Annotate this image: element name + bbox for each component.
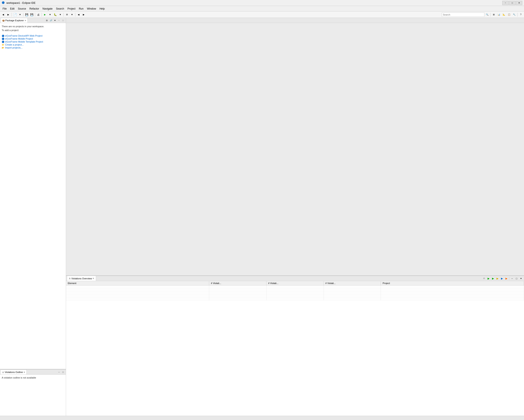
run-action-button-6[interactable]: ▶	[504, 276, 508, 281]
table-row	[66, 296, 524, 297]
link-create-project[interactable]: 📁 Create a project...	[2, 43, 64, 46]
violations-outline-icon: ⚠	[2, 371, 4, 373]
close-window-button[interactable]: ✕	[516, 1, 522, 5]
debug-button[interactable]: 🐛	[53, 12, 58, 17]
collapse-all-button[interactable]: ⊟	[45, 18, 49, 22]
external-tools-button[interactable]: ⚙	[65, 12, 69, 17]
next-annotation-button[interactable]: ▶	[81, 12, 86, 17]
maximize-window-button[interactable]: □	[509, 1, 515, 5]
window-controls: − □ ✕	[502, 1, 522, 5]
main-toolbar: ◀ ▶ 📄 ▼ 💾 💾 🖨 ▶ ▼ 🐛 ▼ ⚙ ▼ ◀ ▶ 🔍 ⊞ 📊 📐 📋 …	[0, 11, 524, 18]
help-button[interactable]: ?	[518, 12, 523, 17]
run-action-button-4[interactable]: ▶	[495, 276, 499, 281]
col-element[interactable]: Element	[66, 281, 209, 286]
col-violations-2[interactable]: # Violati...	[266, 281, 323, 286]
minimize-panel-button[interactable]: −	[57, 18, 61, 22]
violations-overview-tab[interactable]: ⚠ Violations Overview ✕	[67, 276, 96, 281]
menu-navigate[interactable]: Navigate	[41, 6, 54, 11]
menu-edit[interactable]: Edit	[8, 6, 16, 11]
table-body	[66, 286, 524, 300]
menu-refactor[interactable]: Refactor	[28, 6, 41, 11]
no-projects-line1: There are no projects in your workspace.	[2, 25, 44, 28]
violations-overview-panel: ⚠ Violations Overview ✕ ⚙ ▶ ▶ ▶ ▶ ▶ −	[66, 275, 524, 416]
prev-annotation-button[interactable]: ◀	[76, 12, 81, 17]
package-explorer-close[interactable]: ✕	[25, 19, 26, 22]
vo-toolbar-sep-1	[509, 277, 509, 280]
link-deviceapi-project[interactable]: 🔵 eGovFrame DeviceAPI Web Project	[2, 34, 64, 37]
menu-project[interactable]: Project	[66, 6, 77, 11]
left-panel: 📦 Package Explorer ✕ ⊟ 🔗 ▼ − □ There are…	[0, 18, 66, 416]
perspective-btn-1[interactable]: 📊	[497, 12, 501, 17]
col-project[interactable]: Project	[381, 281, 524, 286]
package-explorer-tab[interactable]: 📦 Package Explorer ✕	[1, 18, 28, 23]
link-import-projects[interactable]: 📂 Import projects...	[2, 46, 64, 49]
back-button[interactable]: ◀	[1, 12, 6, 17]
status-bar	[0, 416, 524, 420]
run-dropdown[interactable]: ▼	[48, 12, 52, 17]
print-button[interactable]: 🖨	[36, 12, 41, 17]
save-all-button[interactable]: 💾	[29, 12, 34, 17]
import-icon: 📂	[2, 47, 4, 49]
run-action-button-5[interactable]: ▶	[500, 276, 504, 281]
table-row	[66, 294, 524, 296]
menu-help[interactable]: Help	[98, 6, 106, 11]
project-icon-3: 🔵	[2, 41, 4, 43]
link-create-label: Create a project...	[5, 43, 24, 46]
external-tools-dropdown[interactable]: ▼	[70, 12, 74, 17]
menu-search[interactable]: Search	[54, 6, 66, 11]
minimize-window-button[interactable]: −	[502, 1, 509, 5]
new-dropdown[interactable]: ▼	[18, 12, 22, 17]
toolbar-sep-3	[35, 13, 35, 17]
table-row	[66, 297, 524, 299]
vo-panel-maximize[interactable]: □	[515, 276, 519, 281]
right-panel: ⚠ Violations Overview ✕ ⚙ ▶ ▶ ▶ ▶ ▶ −	[66, 18, 524, 416]
toolbar-sep-6	[75, 13, 75, 17]
link-mobile-label: eGovFrame Mobile Project	[5, 37, 33, 40]
violations-outline-close[interactable]: ✕	[23, 371, 25, 373]
violations-outline-tab[interactable]: ⚠ Violations Outline ✕	[1, 370, 27, 374]
menu-file[interactable]: File	[1, 6, 8, 11]
vo-panel-minimize[interactable]: −	[510, 276, 514, 281]
run-action-button-1[interactable]: ⚙	[482, 276, 486, 281]
vo-minimize-button[interactable]: −	[57, 370, 61, 374]
table-row	[66, 299, 524, 300]
table-row	[66, 290, 524, 292]
no-projects-message: There are no projects in your workspace.…	[2, 25, 64, 32]
link-mobile-project[interactable]: 🔵 eGovFrame Mobile Project	[2, 37, 64, 40]
search-button[interactable]: 🔍	[485, 12, 489, 17]
table-header: Element # Violati... # Violati... # Viol…	[66, 281, 524, 286]
link-mobile-template-project[interactable]: 🔵 eGovFrame Mobile Template Project	[2, 40, 64, 43]
app-icon: 🔵	[2, 1, 5, 5]
col-violations-1[interactable]: # Violati...	[209, 281, 266, 286]
toolbar-sep-right-2	[517, 13, 518, 17]
vo-view-menu[interactable]: ▼	[519, 276, 523, 281]
table-row	[66, 288, 524, 290]
menu-source[interactable]: Source	[16, 6, 28, 11]
perspective-btn-4[interactable]: 🔧	[512, 12, 516, 17]
forward-button[interactable]: ▶	[6, 12, 11, 17]
package-explorer-toolbar: ⊟ 🔗 ▼ − □	[45, 18, 65, 22]
run-action-button-2[interactable]: ▶	[486, 276, 490, 281]
link-editor-button[interactable]: 🔗	[49, 18, 53, 22]
vo-maximize-button[interactable]: □	[61, 370, 65, 374]
main-layout: 📦 Package Explorer ✕ ⊟ 🔗 ▼ − □ There are…	[0, 18, 524, 420]
run-action-button-3[interactable]: ▶	[491, 276, 495, 281]
view-menu-button[interactable]: ▼	[53, 18, 57, 22]
save-button[interactable]: 💾	[24, 12, 29, 17]
violations-outline-toolbar: − □	[57, 370, 65, 374]
open-perspective-button[interactable]: ⊞	[491, 12, 496, 17]
run-last-button[interactable]: ▶	[43, 12, 47, 17]
toolbar-sep-5	[63, 13, 64, 17]
perspective-btn-2[interactable]: 📐	[502, 12, 506, 17]
col-violations-3[interactable]: # Violati...	[323, 281, 381, 286]
maximize-panel-button[interactable]: □	[61, 18, 65, 22]
menu-run[interactable]: Run	[77, 6, 85, 11]
search-input[interactable]	[442, 13, 484, 17]
violations-overview-header: ⚠ Violations Overview ✕ ⚙ ▶ ▶ ▶ ▶ ▶ −	[66, 276, 524, 281]
violations-overview-close[interactable]: ✕	[92, 277, 94, 280]
new-button[interactable]: 📄	[13, 12, 17, 17]
debug-dropdown[interactable]: ▼	[58, 12, 63, 17]
perspective-btn-3[interactable]: 📋	[507, 12, 511, 17]
menu-bar: File Edit Source Refactor Navigate Searc…	[0, 6, 524, 11]
menu-window[interactable]: Window	[85, 6, 98, 11]
